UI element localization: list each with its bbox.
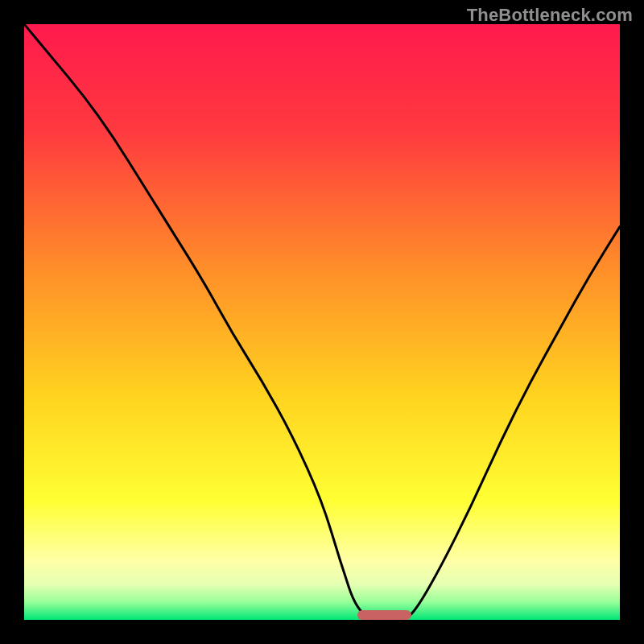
bottleneck-curve [24,24,620,620]
chart-frame: TheBottleneck.com [0,0,644,644]
optimal-range-marker [357,610,411,620]
plot-area [24,24,620,620]
watermark-text: TheBottleneck.com [467,5,633,26]
